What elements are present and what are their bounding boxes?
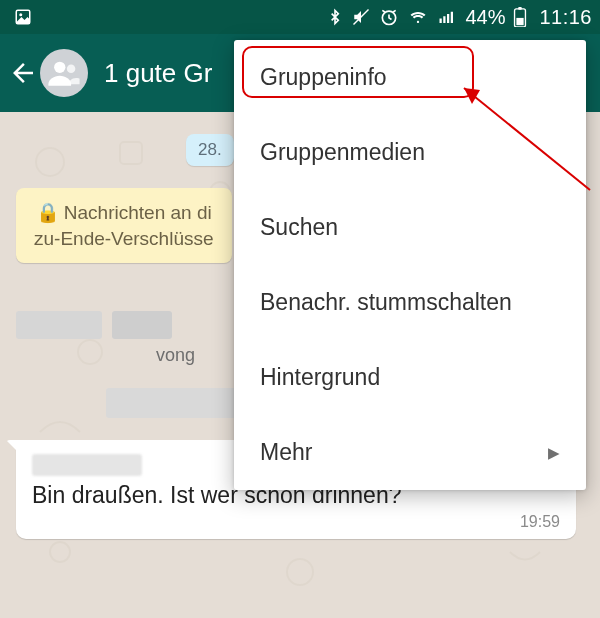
alarm-icon <box>379 7 399 27</box>
menu-item-mute-notifications[interactable]: Benachr. stummschalten <box>234 265 586 340</box>
menu-item-group-media[interactable]: Gruppenmedien <box>234 115 586 190</box>
mute-icon <box>351 8 371 26</box>
menu-item-label: Benachr. stummschalten <box>260 289 512 316</box>
group-title: 1 gute Gr <box>104 59 212 88</box>
svg-point-23 <box>50 542 70 562</box>
menu-item-more[interactable]: Mehr ▸ <box>234 415 586 490</box>
menu-item-label: Gruppenmedien <box>260 139 425 166</box>
menu-item-wallpaper[interactable]: Hintergrund <box>234 340 586 415</box>
wifi-icon <box>407 8 429 26</box>
redacted-sender-name <box>32 454 142 476</box>
svg-point-12 <box>67 65 76 74</box>
svg-rect-6 <box>447 14 449 23</box>
encryption-notice[interactable]: 🔒Nachrichten an di zu-Ende-Verschlüsse <box>16 188 232 263</box>
battery-percent: 44% <box>465 6 505 29</box>
back-button[interactable] <box>8 58 38 88</box>
battery-icon <box>513 7 527 27</box>
svg-rect-10 <box>517 18 524 25</box>
menu-item-label: Gruppeninfo <box>260 64 387 91</box>
svg-rect-5 <box>444 16 446 23</box>
menu-item-label: Mehr <box>260 439 312 466</box>
menu-item-group-info[interactable]: Gruppeninfo <box>234 40 586 115</box>
menu-item-label: Hintergrund <box>260 364 380 391</box>
group-avatar[interactable] <box>40 49 88 97</box>
clock-time: 11:16 <box>539 6 592 29</box>
svg-point-1 <box>19 13 22 16</box>
svg-rect-7 <box>451 12 453 23</box>
menu-item-label: Suchen <box>260 214 338 241</box>
svg-point-24 <box>287 559 313 585</box>
message-time: 19:59 <box>32 513 560 531</box>
bluetooth-icon <box>327 8 343 26</box>
date-chip: 28. <box>186 134 234 166</box>
svg-rect-4 <box>440 19 442 24</box>
encryption-text: Nachrichten an di zu-Ende-Verschlüsse <box>34 202 214 249</box>
svg-point-11 <box>54 62 65 73</box>
overflow-menu: Gruppeninfo Gruppenmedien Suchen Benachr… <box>234 40 586 490</box>
lock-icon: 🔒 <box>36 202 60 223</box>
chevron-right-icon: ▸ <box>548 439 560 466</box>
menu-item-search[interactable]: Suchen <box>234 190 586 265</box>
image-notification-icon <box>8 8 32 26</box>
android-statusbar: 44% 11:16 <box>0 0 600 34</box>
svg-rect-9 <box>519 7 523 10</box>
cell-signal-icon <box>437 8 457 26</box>
